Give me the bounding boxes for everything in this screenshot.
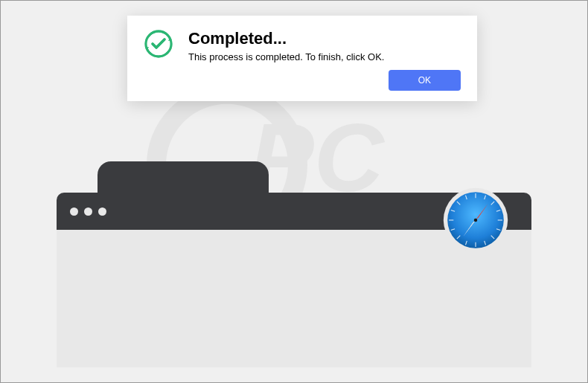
traffic-light-maximize bbox=[98, 207, 106, 216]
traffic-light-minimize bbox=[84, 207, 92, 216]
safari-icon bbox=[442, 187, 509, 254]
dialog-title: Completed... bbox=[188, 29, 461, 48]
browser-tab bbox=[98, 161, 269, 193]
traffic-light-close bbox=[70, 207, 78, 216]
completed-dialog: Completed... This process is completed. … bbox=[127, 16, 477, 101]
checkmark-circle-icon bbox=[144, 29, 173, 59]
svg-point-25 bbox=[474, 219, 478, 222]
dialog-message: This process is completed. To finish, cl… bbox=[188, 51, 461, 62]
ok-button[interactable]: OK bbox=[389, 70, 461, 91]
